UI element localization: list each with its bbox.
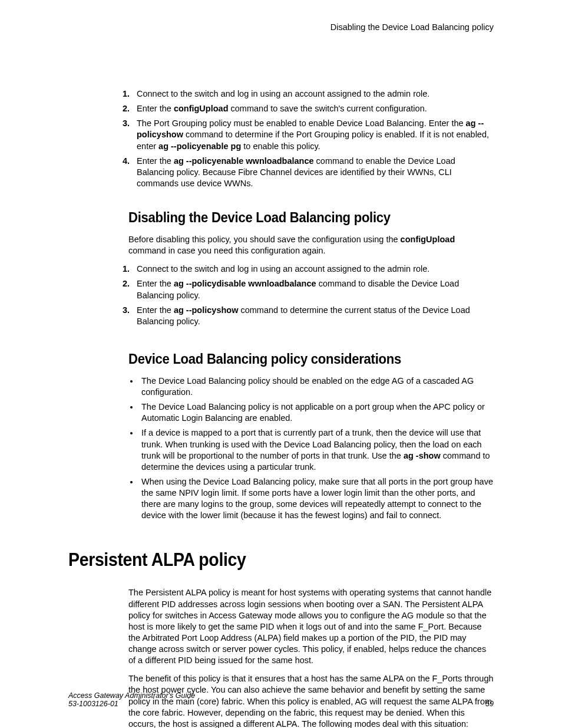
t: The Port Grouping policy must be enabled… [137, 118, 466, 128]
doc-title: Access Gateway Administrator's Guide [68, 691, 195, 700]
step: The Port Grouping policy must be enabled… [132, 118, 494, 151]
list-item: The Device Load Balancing policy is not … [139, 401, 494, 424]
step: Enter the configUpload command to save t… [132, 103, 494, 114]
step: Enter the ag --policydisable wwnloadbala… [132, 278, 494, 301]
footer-left: Access Gateway Administrator's Guide 53-… [68, 691, 195, 708]
heading-alpa: Persistent ALPA policy [68, 549, 459, 571]
running-header: Disabling the Device Load Balancing poli… [68, 22, 494, 32]
step: Connect to the switch and log in using a… [132, 263, 494, 275]
disable-steps: Connect to the switch and log in using a… [132, 263, 494, 327]
t: Before disabling this policy, you should… [128, 235, 401, 244]
enable-steps: Connect to the switch and log in using a… [132, 88, 494, 189]
cmd: ag -show [404, 451, 441, 460]
doc-number: 53-1003126-01 [68, 700, 195, 708]
cmd: configUpload [174, 104, 229, 113]
t: to enable this policy. [241, 141, 320, 151]
cmd: ag --policydisable wwnloadbalance [174, 279, 316, 288]
page-footer: Access Gateway Administrator's Guide 53-… [68, 691, 494, 708]
t: Enter the [137, 104, 174, 113]
heading-disable: Disabling the Device Load Balancing poli… [128, 209, 464, 226]
list-item: If a device is mapped to a port that is … [139, 427, 494, 473]
disable-intro: Before disabling this policy, you should… [128, 234, 494, 256]
step: Connect to the switch and log in using a… [132, 88, 494, 100]
list-item: The Device Load Balancing policy should … [139, 375, 494, 398]
cmd: ag --policyenable wwnloadbalance [174, 156, 314, 166]
cmd: ag --policyshow [174, 305, 239, 315]
t: command to save the switch's current con… [229, 104, 427, 113]
t: Enter the [137, 156, 174, 166]
list-item: When using the Device Load Balancing pol… [139, 476, 494, 522]
considerations-list: The Device Load Balancing policy should … [139, 375, 494, 522]
heading-considerations: Device Load Balancing policy considerati… [128, 351, 464, 367]
step: Enter the ag --policyshow command to det… [132, 305, 494, 327]
t: Enter the [137, 279, 174, 288]
page-number: 59 [485, 700, 494, 708]
t: Enter the [137, 305, 174, 315]
cmd: ag --policyenable pg [158, 141, 241, 151]
alpa-para-1: The Persistent ALPA policy is meant for … [128, 587, 494, 666]
step: Enter the ag --policyenable wwnloadbalan… [132, 156, 494, 189]
t: command in case you need this configurat… [128, 246, 326, 255]
cmd: configUpload [401, 235, 455, 244]
